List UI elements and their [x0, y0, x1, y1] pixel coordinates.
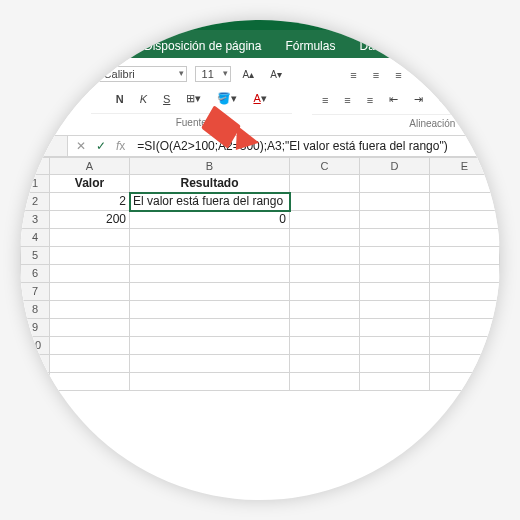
cell[interactable]	[360, 373, 430, 391]
cell[interactable]	[290, 229, 360, 247]
cell[interactable]	[360, 355, 430, 373]
cell[interactable]	[50, 301, 130, 319]
cell[interactable]	[50, 355, 130, 373]
tab-layout[interactable]: Disposición de página	[132, 33, 273, 58]
underline-button[interactable]: S	[159, 91, 174, 107]
wrap-text-button[interactable]: ↩ Ajustar texto	[445, 67, 500, 82]
decrease-font-icon[interactable]: A▾	[266, 67, 286, 82]
cell[interactable]	[360, 283, 430, 301]
cell[interactable]	[130, 283, 290, 301]
cell[interactable]	[130, 319, 290, 337]
row-header[interactable]: 11	[20, 355, 50, 373]
cell[interactable]: Valor	[50, 175, 130, 193]
worksheet-grid[interactable]: A B C D E F 1 Valor Resultado 2 2 El val…	[20, 157, 500, 391]
tab-data[interactable]: Datos	[347, 33, 402, 58]
paste-icon[interactable]: 📋	[39, 66, 61, 83]
cell[interactable]	[290, 193, 360, 211]
cell[interactable]	[430, 265, 500, 283]
increase-font-icon[interactable]: A▴	[239, 67, 259, 82]
orientation-icon[interactable]: ⤢▾	[414, 66, 437, 83]
cell[interactable]	[360, 247, 430, 265]
row-header[interactable]: 1	[20, 175, 50, 193]
cell[interactable]	[360, 175, 430, 193]
cell[interactable]	[290, 301, 360, 319]
cell[interactable]	[290, 283, 360, 301]
cell[interactable]	[130, 373, 290, 391]
indent-inc-icon[interactable]: ⇥	[410, 91, 427, 108]
cell[interactable]	[130, 265, 290, 283]
align-left-icon[interactable]: ≡	[318, 92, 332, 108]
cell[interactable]	[290, 355, 360, 373]
cell[interactable]	[430, 247, 500, 265]
cell[interactable]	[290, 319, 360, 337]
col-header-d[interactable]: D	[360, 157, 430, 175]
cell[interactable]	[360, 337, 430, 355]
cell[interactable]	[430, 211, 500, 229]
row-header[interactable]: 5	[20, 247, 50, 265]
bold-button[interactable]: N	[112, 91, 128, 107]
cell[interactable]	[290, 211, 360, 229]
cell[interactable]	[50, 265, 130, 283]
select-all-corner[interactable]	[20, 157, 50, 175]
col-header-e[interactable]: E	[430, 157, 500, 175]
col-header-c[interactable]: C	[290, 157, 360, 175]
align-mid-icon[interactable]: ≡	[369, 67, 383, 83]
active-cell[interactable]: El valor está fuera del rango	[130, 193, 290, 211]
cell[interactable]	[430, 337, 500, 355]
cell[interactable]	[130, 247, 290, 265]
tab-insert[interactable]: Insertar	[67, 33, 132, 58]
cell[interactable]	[290, 265, 360, 283]
col-header-a[interactable]: A	[50, 157, 130, 175]
cell[interactable]	[50, 229, 130, 247]
row-header[interactable]: 4	[20, 229, 50, 247]
cell[interactable]	[130, 337, 290, 355]
cell[interactable]	[430, 301, 500, 319]
cell[interactable]	[50, 283, 130, 301]
font-name-select[interactable]: Calibri	[97, 66, 187, 82]
cell[interactable]	[360, 193, 430, 211]
formula-input[interactable]: =SI(O(A2>100;A2=300);A3;"El valor está f…	[133, 136, 500, 156]
cell[interactable]	[130, 229, 290, 247]
cell[interactable]	[430, 193, 500, 211]
border-icon[interactable]: ⊞▾	[182, 90, 205, 107]
cell[interactable]	[360, 319, 430, 337]
merge-center-button[interactable]: ⇔ Combinar y centrar ▾	[435, 92, 500, 107]
cell[interactable]	[290, 373, 360, 391]
font-size-select[interactable]: 11	[195, 66, 231, 82]
row-header[interactable]: 12	[20, 373, 50, 391]
tab-formulas[interactable]: Fórmulas	[273, 33, 347, 58]
cell[interactable]	[50, 319, 130, 337]
align-center-icon[interactable]: ≡	[340, 92, 354, 108]
row-header[interactable]: 6	[20, 265, 50, 283]
cell[interactable]: Resultado	[130, 175, 290, 193]
row-header[interactable]: 3	[20, 211, 50, 229]
cell[interactable]	[360, 301, 430, 319]
cell[interactable]	[290, 337, 360, 355]
font-color-icon[interactable]: A▾	[249, 90, 270, 107]
tab-home[interactable]: io	[34, 33, 67, 58]
cell[interactable]	[430, 373, 500, 391]
row-header[interactable]: 2	[20, 193, 50, 211]
align-bot-icon[interactable]: ≡	[391, 67, 405, 83]
fx-icon[interactable]: fx	[116, 139, 125, 153]
col-header-b[interactable]: B	[130, 157, 290, 175]
cell[interactable]	[430, 283, 500, 301]
row-header[interactable]: 9	[20, 319, 50, 337]
cell[interactable]	[360, 211, 430, 229]
cell[interactable]	[430, 175, 500, 193]
row-header[interactable]: 10	[20, 337, 50, 355]
cell[interactable]	[290, 175, 360, 193]
cell[interactable]	[360, 265, 430, 283]
cell[interactable]: 200	[50, 211, 130, 229]
align-right-icon[interactable]: ≡	[363, 92, 377, 108]
italic-button[interactable]: K	[136, 91, 151, 107]
cell[interactable]	[430, 229, 500, 247]
align-top-icon[interactable]: ≡	[346, 67, 360, 83]
accept-formula-icon[interactable]: ✓	[96, 139, 106, 153]
cell[interactable]	[360, 229, 430, 247]
name-box[interactable]: B2	[20, 136, 68, 156]
row-header[interactable]: 7	[20, 283, 50, 301]
row-header[interactable]: 8	[20, 301, 50, 319]
fill-color-icon[interactable]: 🪣▾	[213, 90, 241, 107]
tab-review[interactable]: Revisar	[403, 33, 468, 58]
